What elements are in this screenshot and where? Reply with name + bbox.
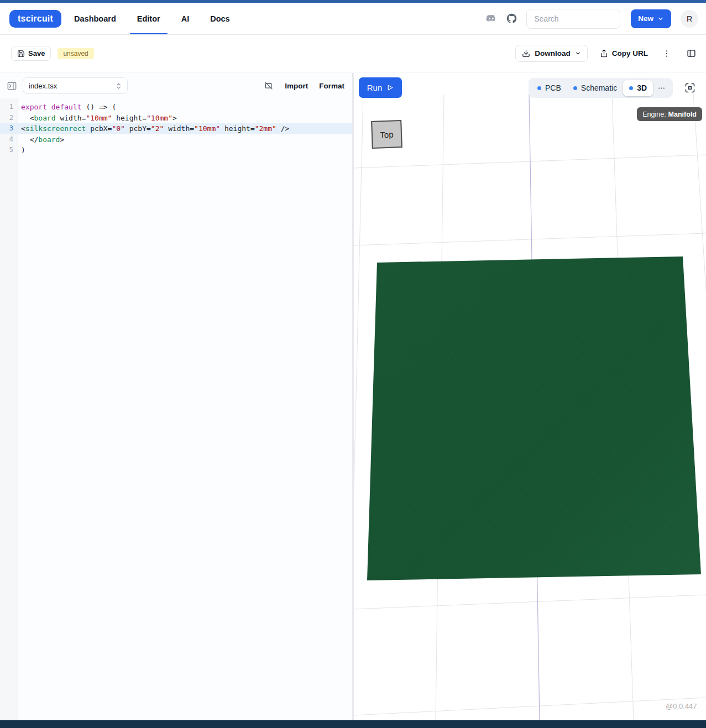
avatar[interactable]: R (681, 10, 698, 28)
line-number: 5 (0, 145, 18, 156)
format-button[interactable]: Format (319, 82, 344, 90)
tab-3d-label: 3D (637, 83, 647, 92)
code-token: "2" (151, 124, 164, 133)
code-token: </ (21, 135, 38, 144)
code-text: <silkscreenrect pcbX="0" pcbY="2" width=… (18, 123, 289, 134)
import-button[interactable]: Import (285, 82, 308, 90)
document-toolbar: Save unsaved Download Copy URL (0, 35, 706, 72)
engine-tooltip: Engine: Manifold (637, 107, 702, 121)
new-button[interactable]: New (631, 9, 671, 28)
version-label: @0.0.447 (666, 702, 697, 710)
view-cube-top[interactable]: Top (371, 120, 402, 149)
code-token: = (142, 114, 147, 122)
code-editor-panel: index.tsx Import Format 1export default … (0, 73, 352, 720)
code-token: ) (21, 146, 25, 154)
save-button[interactable]: Save (11, 46, 51, 61)
download-button-label: Download (535, 49, 571, 57)
tab-dot (573, 86, 577, 90)
nav-item-ai[interactable]: AI (181, 3, 190, 34)
copy-url-button[interactable]: Copy URL (600, 49, 648, 57)
code-editor[interactable]: 1export default () => (2 <board width="1… (0, 98, 352, 720)
code-token: "2mm" (255, 124, 276, 133)
line-number: 4 (0, 134, 18, 145)
file-toolbar: index.tsx Import Format (0, 73, 352, 98)
play-icon (386, 84, 394, 91)
code-token: width (168, 124, 190, 133)
save-button-label: Save (28, 49, 45, 57)
kebab-menu-icon[interactable] (662, 49, 671, 58)
run-button-label: Run (367, 83, 383, 92)
line-number: 1 (0, 102, 18, 113)
code-token: "10mm" (86, 114, 112, 122)
code-token: width (60, 114, 81, 122)
run-button[interactable]: Run (359, 77, 402, 98)
panel-toggle-icon[interactable] (7, 81, 17, 91)
code-line[interactable]: 3<silkscreenrect pcbX="0" pcbY="2" width… (0, 123, 352, 134)
tab-schematic[interactable]: Schematic (567, 78, 623, 98)
code-token: pcbY (129, 124, 147, 133)
format-off-icon[interactable] (264, 81, 274, 91)
file-select-chevrons-icon (116, 82, 122, 90)
fullscreen-icon[interactable] (684, 82, 696, 94)
code-token: height (224, 124, 250, 133)
code-token: board (34, 114, 55, 122)
chevron-down-icon (575, 50, 581, 56)
nav-item-editor[interactable]: Editor (137, 3, 160, 34)
file-select-value: index.tsx (29, 82, 57, 90)
code-line[interactable]: 5) (0, 145, 352, 156)
navbar-right: New R (485, 9, 698, 29)
code-text: <board width="10mm" height="10mm"> (18, 113, 177, 124)
tscircuit-editor-app: tscircuit Dashboard Editor AI Docs New R (0, 0, 706, 728)
share-icon (600, 49, 608, 57)
code-token: "10mm" (194, 124, 220, 133)
search-input[interactable] (526, 9, 620, 29)
engine-tooltip-value: Manifold (668, 111, 697, 118)
code-token: height (116, 114, 142, 122)
discord-icon[interactable] (485, 13, 497, 24)
code-line[interactable]: 1export default () => ( (0, 102, 352, 113)
code-text: export default () => ( (18, 102, 116, 113)
navbar: tscircuit Dashboard Editor AI Docs New R (0, 3, 706, 35)
nav-item-dashboard[interactable]: Dashboard (74, 3, 116, 34)
tab-dot (537, 86, 541, 90)
line-number: 2 (0, 113, 18, 124)
code-token: default (51, 103, 82, 111)
tab-dot (629, 86, 633, 90)
code-token (220, 124, 224, 133)
file-select[interactable]: index.tsx (23, 77, 128, 94)
tab-3d[interactable]: 3D (623, 80, 653, 96)
new-button-label: New (638, 14, 653, 23)
code-token: > (172, 114, 177, 122)
tab-pcb[interactable]: PCB (531, 78, 567, 98)
code-text: ) (18, 145, 25, 156)
code-token: = (190, 124, 194, 133)
view-mode-tabs: PCB Schematic 3D (529, 78, 673, 98)
code-token: export (21, 103, 47, 111)
file-toolbar-actions: Import Format (264, 81, 344, 91)
code-token: > (60, 135, 64, 144)
code-lines: 1export default () => (2 <board width="1… (0, 98, 352, 156)
tab-pcb-label: PCB (545, 83, 561, 92)
code-token: < (21, 124, 25, 133)
bottom-status-strip (0, 720, 706, 728)
viewer-3d-canvas[interactable] (354, 73, 706, 720)
more-options-icon[interactable] (653, 84, 670, 92)
code-token: pcbX (90, 124, 107, 133)
code-token: /> (276, 124, 289, 133)
pcb-board-3d (367, 256, 701, 580)
code-token: "0" (112, 124, 124, 133)
main-split: index.tsx Import Format 1export default … (0, 73, 706, 720)
line-number: 3 (0, 123, 18, 134)
toolbar-right: Download Copy URL (515, 45, 696, 62)
code-line[interactable]: 2 <board width="10mm" height="10mm"> (0, 113, 352, 124)
line-number-gutter (0, 98, 18, 720)
unsaved-status-badge: unsaved (57, 48, 93, 59)
panel-right-icon[interactable] (687, 49, 696, 58)
chevron-down-icon (657, 15, 664, 22)
nav-item-docs[interactable]: Docs (210, 3, 229, 34)
download-button[interactable]: Download (515, 45, 588, 62)
tscircuit-logo[interactable]: tscircuit (9, 10, 61, 28)
github-icon[interactable] (506, 13, 517, 24)
engine-tooltip-label: Engine: (642, 111, 666, 118)
code-line[interactable]: 4 </board> (0, 134, 352, 145)
